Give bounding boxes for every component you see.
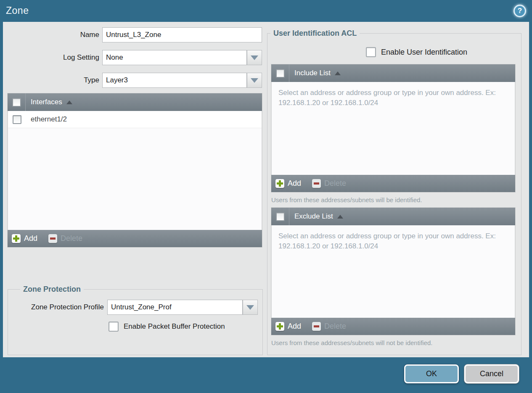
delete-button-label: Delete	[61, 234, 82, 243]
zone-protection-profile-dropdown-trigger[interactable]	[243, 300, 258, 315]
interfaces-column-header[interactable]: Interfaces	[31, 98, 62, 106]
exclude-list-placeholder: Select an address or address group or ty…	[272, 225, 514, 257]
add-button-label: Add	[288, 179, 301, 188]
interfaces-select-all-checkbox[interactable]	[12, 98, 21, 107]
log-setting-dropdown-trigger[interactable]	[247, 50, 262, 65]
exclude-list-header: Exclude List	[271, 208, 515, 225]
header-checkbox-cell	[8, 93, 26, 111]
interfaces-table-header: Interfaces	[8, 93, 262, 111]
delete-exclude-button[interactable]: Delete	[312, 322, 346, 331]
interfaces-table: Interfaces ethernet1/2 Add Dele	[8, 93, 262, 247]
dialog-titlebar: Zone ?	[0, 0, 532, 22]
type-label: Type	[3, 73, 99, 88]
dialog-body: Name Log Setting Type Interfaces	[3, 22, 529, 357]
zone-dialog-window: Zone ? Name Log Setting Type Interfaces	[0, 0, 532, 393]
plus-icon	[275, 179, 284, 188]
interface-row-checkbox[interactable]	[13, 115, 21, 124]
exclude-list-caption: Users from these addresses/subnets will …	[271, 339, 433, 346]
enable-user-id-label: Enable User Identification	[381, 45, 467, 59]
zone-protection-profile-select[interactable]	[107, 300, 243, 315]
header-checkbox-cell	[271, 208, 289, 225]
zone-protection-legend: Zone Protection	[20, 284, 84, 294]
include-list-toolbar: Add Delete	[271, 175, 515, 192]
exclude-list-body[interactable]: Select an address or address group or ty…	[271, 225, 515, 318]
include-list-table: Include List Select an address or addres…	[271, 64, 515, 192]
add-button-label: Add	[24, 234, 37, 243]
delete-button-label: Delete	[324, 322, 346, 331]
interface-row[interactable]: ethernet1/2	[8, 111, 262, 128]
chevron-down-icon	[246, 305, 254, 310]
name-input[interactable]	[102, 27, 262, 42]
header-checkbox-cell	[271, 64, 289, 82]
add-button-label: Add	[288, 322, 301, 331]
plus-icon	[275, 322, 284, 331]
add-interface-button[interactable]: Add	[12, 234, 37, 243]
delete-button-label: Delete	[324, 179, 346, 188]
enable-packet-buffer-label: Enable Packet Buffer Protection	[124, 320, 225, 333]
minus-icon	[312, 322, 321, 331]
type-dropdown-trigger[interactable]	[247, 73, 262, 88]
interface-name: ethernet1/2	[31, 115, 67, 124]
exclude-select-all-checkbox[interactable]	[276, 212, 285, 221]
exclude-list-table: Exclude List Select an address or addres…	[271, 208, 515, 335]
include-list-column-header[interactable]: Include List	[294, 69, 331, 77]
sort-ascending-icon[interactable]	[337, 215, 343, 219]
add-exclude-button[interactable]: Add	[275, 322, 301, 331]
cancel-button[interactable]: Cancel	[464, 364, 519, 383]
help-icon[interactable]: ?	[513, 5, 526, 17]
chevron-down-icon	[251, 78, 258, 83]
name-label: Name	[3, 27, 99, 42]
delete-include-button[interactable]: Delete	[312, 179, 346, 188]
add-include-button[interactable]: Add	[275, 179, 301, 188]
minus-icon	[48, 234, 57, 243]
dialog-title: Zone	[6, 0, 29, 21]
zone-protection-profile-label: Zone Protection Profile	[8, 300, 104, 315]
enable-user-id-checkbox[interactable]	[366, 47, 376, 57]
log-setting-label: Log Setting	[3, 50, 99, 65]
log-setting-select[interactable]	[102, 50, 247, 65]
minus-icon	[312, 179, 321, 188]
delete-interface-button[interactable]: Delete	[48, 234, 82, 243]
sort-ascending-icon[interactable]	[66, 100, 72, 104]
interfaces-table-toolbar: Add Delete	[8, 230, 262, 247]
include-list-caption: Users from these addresses/subnets will …	[271, 196, 422, 203]
include-list-header: Include List	[271, 64, 515, 82]
chevron-down-icon	[251, 55, 258, 60]
plus-icon	[12, 234, 21, 243]
enable-packet-buffer-checkbox[interactable]	[109, 322, 119, 332]
include-list-placeholder: Select an address or address group or ty…	[272, 82, 514, 114]
exclude-list-toolbar: Add Delete	[271, 318, 515, 335]
row-checkbox-cell	[8, 115, 26, 124]
include-select-all-checkbox[interactable]	[276, 69, 285, 78]
user-id-acl-section: User Identification ACL Enable User Iden…	[267, 28, 521, 355]
include-list-body[interactable]: Select an address or address group or ty…	[271, 82, 515, 175]
zone-protection-section: Zone Protection Zone Protection Profile …	[8, 284, 263, 355]
sort-ascending-icon[interactable]	[335, 71, 341, 75]
ok-button[interactable]: OK	[404, 364, 459, 383]
user-id-acl-legend: User Identification ACL	[270, 28, 360, 38]
exclude-list-column-header[interactable]: Exclude List	[294, 212, 333, 221]
type-select[interactable]	[102, 73, 247, 88]
interfaces-table-body: ethernet1/2	[8, 111, 262, 230]
